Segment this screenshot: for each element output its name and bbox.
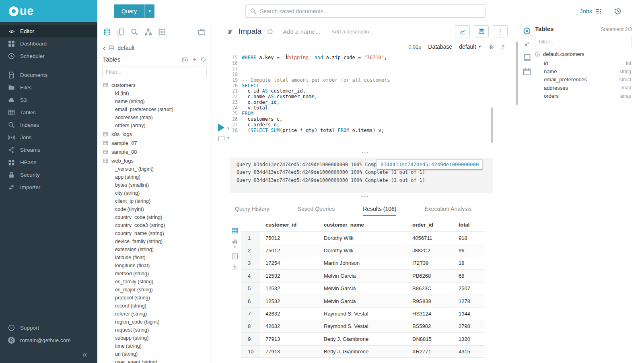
column-item[interactable]: orders (array) [103,122,212,130]
code-text[interactable]: o.order_id, [242,100,280,105]
column-item[interactable]: protocol (string) [103,294,212,302]
code-text[interactable]: customers c, [242,117,282,122]
result-row[interactable]: 977913Betty J. GiambroneDN88151320 [241,332,485,345]
execute-button[interactable] [218,124,224,132]
schedule-icon[interactable] [523,68,531,76]
panel-resize-handle[interactable]: ••• [212,151,519,155]
history-icon[interactable] [614,7,621,15]
column-header-customer_id[interactable]: customer_id [260,222,318,228]
column-header-order_id[interactable]: order_id [407,222,453,228]
sidebar-item-user[interactable]: R romain@gethue.com [0,334,97,346]
sql-assist-icon[interactable] [103,28,111,36]
columns-toggle-icon[interactable] [232,253,238,260]
right-column-item[interactable]: namestring [535,67,632,75]
sidebar-item-jobs[interactable]: Jobs [0,131,97,144]
code-scrollbar[interactable] [491,107,493,143]
column-item[interactable]: url (string) [103,350,212,358]
chart-button[interactable] [455,25,470,37]
column-item[interactable]: email_preferences (struct) [103,105,212,113]
search-assist-icon[interactable] [131,28,138,36]
column-item[interactable]: user_agent (string) [103,358,212,363]
sidebar-item-indexes[interactable]: Indexes [0,119,97,131]
right-column-item[interactable]: email_preferencesstruct [535,76,632,84]
add-table-icon[interactable]: + [193,56,197,63]
refresh-tables-icon[interactable] [201,57,206,62]
breadcrumb-database[interactable]: default [117,45,134,51]
column-header-customer_name[interactable]: customer_name [318,222,407,228]
code-text[interactable]: c.id AS customer_id, [242,89,306,94]
grid-view-icon[interactable] [232,227,238,234]
functions-icon[interactable]: x2 [525,41,529,47]
result-row[interactable]: 412532Melvin GarciaPB626868 [241,269,485,282]
sidebar-item-support[interactable]: ? Support [0,322,97,334]
column-item[interactable]: longitude (float) [103,262,212,270]
table-item-customers[interactable]: customers [103,80,212,89]
table-filter-input[interactable] [106,69,203,75]
new-query-button[interactable]: Query ▼ [114,4,154,18]
result-settings-icon[interactable] [218,136,224,141]
language-reference-icon[interactable] [523,54,531,62]
column-item[interactable]: country_code3 (string) [103,221,212,229]
column-item[interactable]: region_code (bigint) [103,318,212,326]
panel-resize-handle[interactable]: ••• [212,194,519,199]
execute-options-caret-icon[interactable]: ▼ [226,126,230,130]
column-item[interactable]: os_family (string) [103,278,212,286]
tab-results-106-[interactable]: Results (106) [363,202,396,216]
query-name-input[interactable] [283,28,321,35]
tab-query-history[interactable]: Query History [235,202,270,216]
result-row[interactable]: 742632Raymond S. VestalHS31241944 [241,307,485,320]
bar-chart-icon[interactable] [232,238,238,244]
code-text[interactable]: FROM [242,111,253,117]
sidebar-item-s3[interactable]: S3 [0,94,97,106]
table-item-sample_08[interactable]: sample_08 [103,147,212,156]
sidebar-item-scheduler[interactable]: Scheduler [0,50,97,62]
jobs-link[interactable]: Jobs [580,8,602,14]
column-item[interactable]: addresses (map) [103,113,212,122]
column-item[interactable]: country_code (string) [103,213,212,221]
query-history-refresh-icon[interactable] [267,29,273,35]
search-input[interactable] [260,8,481,14]
column-item[interactable]: country_name (string) [103,229,212,237]
column-item[interactable]: device_family (string) [103,237,212,245]
tab-saved-queries[interactable]: Saved Queries [298,202,335,216]
more-actions-button[interactable]: ⋮ [493,25,508,37]
code-text[interactable]: c.orders o, [242,122,280,128]
column-item[interactable]: app (string) [103,173,212,181]
sidebar-item-security[interactable]: Security [0,169,97,181]
gear-icon[interactable] [488,44,494,50]
column-item[interactable]: name (string) [103,97,212,105]
column-header-total[interactable]: total [453,222,485,228]
query-dropdown-caret-icon[interactable]: ▼ [144,4,154,18]
chart-type-caret-icon[interactable]: ▼ [233,245,237,249]
result-row[interactable]: 1077913Betty J. GiambroneXR27714315 [241,345,485,358]
sidebar-item-streams[interactable]: Streams [0,144,97,156]
storage-assist-icon[interactable] [198,28,206,36]
query-button-label[interactable]: Query [114,4,144,18]
hue-logo[interactable]: ue [0,0,97,22]
code-text[interactable]: v.total [242,105,268,111]
sitemap-assist-icon[interactable] [144,28,152,36]
save-button[interactable] [474,25,489,37]
apps-assist-icon[interactable] [158,28,166,36]
query-description-input[interactable] [331,29,377,35]
right-column-item[interactable]: ordersarray [535,92,632,100]
result-row[interactable]: 512532Melvin GarciaB8623C2507 [241,282,485,295]
sidebar-item-tables[interactable]: Tables [0,106,97,119]
download-icon[interactable] [232,264,238,270]
sidebar-item-importer[interactable]: Importer [0,181,97,194]
column-item[interactable]: bytes (smallint) [103,181,212,189]
right-column-item[interactable]: addressesmap [535,84,632,92]
sidebar-item-files[interactable]: Files [0,81,97,94]
column-item[interactable]: client_ip (string) [103,197,212,205]
column-item[interactable]: referer (string) [103,310,212,318]
column-item[interactable]: os_major (string) [103,286,212,294]
right-filter-input[interactable] [539,39,628,45]
table-item-k8s_logs[interactable]: k8s_logs [103,130,212,138]
column-item[interactable]: subapp (string) [103,334,212,342]
sidebar-collapse-button[interactable]: « [0,346,97,360]
query-id-popover[interactable]: 034d413ec7474ed5:4249de1000000000 [377,159,483,170]
result-row[interactable]: 612532Melvin GarciaR9S8381278 [241,295,485,307]
result-row[interactable]: 842632Raymond S. VestalBS59022798 [241,320,485,332]
editor-scrollbar[interactable] [516,41,518,105]
result-row[interactable]: 275012Dorothy WilkJ882C296 [241,244,485,256]
